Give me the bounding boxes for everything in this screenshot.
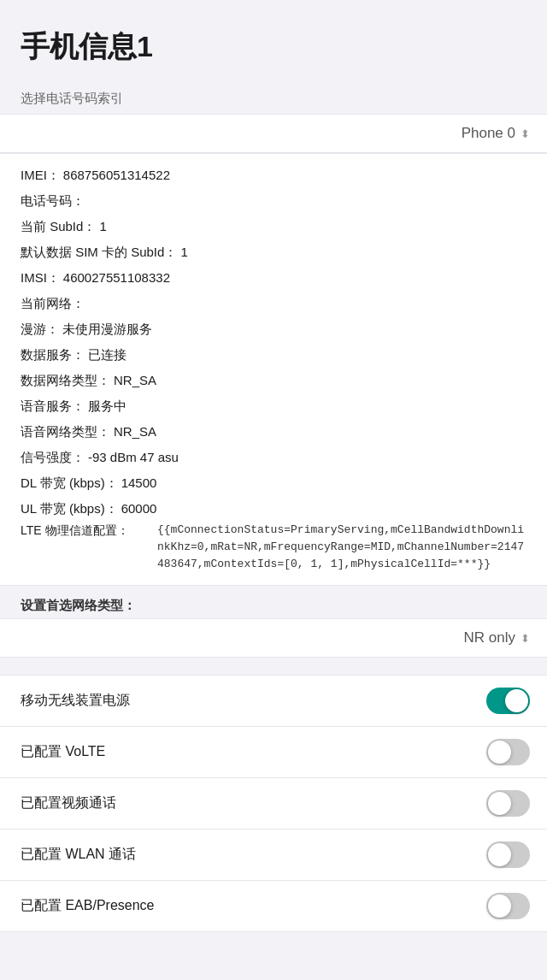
page-title: 手机信息1 bbox=[21, 27, 526, 67]
data-network-type-value: NR_SA bbox=[114, 370, 156, 391]
signal-strength-label: 信号强度： bbox=[21, 447, 85, 468]
data-network-type-label: 数据网络类型： bbox=[21, 370, 110, 391]
network-type-value[interactable]: NR only ⬍ bbox=[464, 629, 530, 646]
toggle-label-3: 已配置 WLAN 通话 bbox=[21, 846, 136, 864]
current-network-label: 当前网络： bbox=[21, 293, 85, 314]
lte-value: {{mConnectionStatus=PrimaryServing,mCell… bbox=[157, 522, 526, 573]
imei-label: IMEI： bbox=[21, 165, 60, 186]
toggle-switch-0[interactable] bbox=[486, 688, 530, 714]
dl-bandwidth-value: 14500 bbox=[121, 473, 157, 493]
toggle-row-0[interactable]: 移动无线装置电源 bbox=[0, 675, 547, 727]
toggle-label-0: 移动无线装置电源 bbox=[21, 692, 130, 710]
default-data-sim-value: 1 bbox=[180, 242, 187, 263]
signal-strength-value: -93 dBm 47 asu bbox=[88, 447, 179, 468]
toggle-row-2[interactable]: 已配置视频通话 bbox=[0, 778, 547, 829]
toggle-list: 移动无线装置电源已配置 VoLTE已配置视频通话已配置 WLAN 通话已配置 E… bbox=[0, 675, 547, 932]
data-service-label: 数据服务： bbox=[21, 345, 85, 365]
imei-value: 868756051314522 bbox=[63, 165, 170, 186]
data-service-row: 数据服务： 已连接 bbox=[21, 342, 526, 368]
data-network-type-row: 数据网络类型： NR_SA bbox=[21, 368, 526, 393]
roaming-value: 未使用漫游服务 bbox=[62, 319, 152, 339]
imsi-value: 460027551108332 bbox=[63, 268, 170, 288]
toggle-row-4[interactable]: 已配置 EAB/Presence bbox=[0, 881, 547, 932]
toggle-label-4: 已配置 EAB/Presence bbox=[21, 897, 155, 915]
ul-bandwidth-value: 60000 bbox=[121, 499, 157, 519]
lte-label: LTE 物理信道配置： bbox=[21, 522, 157, 573]
toggle-switch-3[interactable] bbox=[486, 841, 530, 868]
roaming-label: 漫游： bbox=[21, 319, 59, 339]
current-network-row: 当前网络： bbox=[21, 291, 526, 316]
toggle-row-1[interactable]: 已配置 VoLTE bbox=[0, 727, 547, 778]
network-type-section: 设置首选网络类型： bbox=[0, 586, 547, 617]
ul-bandwidth-label: UL 带宽 (kbps)： bbox=[21, 499, 118, 519]
imsi-label: IMSI： bbox=[21, 268, 60, 288]
header: 手机信息1 bbox=[0, 0, 547, 80]
voice-service-row: 语音服务： 服务中 bbox=[21, 393, 526, 419]
toggle-switch-2[interactable] bbox=[486, 790, 530, 817]
phone-selector-dropdown[interactable]: Phone 0 ⬍ bbox=[0, 114, 547, 153]
toggle-switch-4[interactable] bbox=[486, 893, 530, 919]
phone-selector-text: Phone 0 bbox=[462, 125, 515, 142]
data-service-value: 已连接 bbox=[88, 345, 126, 365]
signal-strength-row: 信号强度： -93 dBm 47 asu bbox=[21, 445, 526, 470]
divider-1 bbox=[0, 658, 547, 675]
imei-row: IMEI： 868756051314522 bbox=[21, 162, 526, 188]
default-data-sim-label: 默认数据 SIM 卡的 SubId： bbox=[21, 242, 177, 263]
network-type-dropdown[interactable]: NR only ⬍ bbox=[0, 618, 547, 658]
current-subid-row: 当前 SubId： 1 bbox=[21, 214, 526, 239]
voice-network-type-row: 语音网络类型： NR_SA bbox=[21, 419, 526, 445]
phone-label: 电话号码： bbox=[21, 191, 85, 211]
phone-selector-label: 选择电话号码索引 bbox=[0, 80, 547, 114]
toggle-row-3[interactable]: 已配置 WLAN 通话 bbox=[0, 829, 547, 881]
voice-service-label: 语音服务： bbox=[21, 396, 85, 416]
dl-bandwidth-row: DL 带宽 (kbps)： 14500 bbox=[21, 470, 526, 496]
current-subid-value: 1 bbox=[99, 216, 106, 237]
phone-row: 电话号码： bbox=[21, 188, 526, 214]
network-type-label: 设置首选网络类型： bbox=[21, 598, 136, 614]
imsi-row: IMSI： 460027551108332 bbox=[21, 265, 526, 291]
roaming-row: 漫游： 未使用漫游服务 bbox=[21, 316, 526, 342]
phone-selector-chevron: ⬍ bbox=[521, 128, 530, 139]
lte-row: LTE 物理信道配置： {{mConnectionStatus=PrimaryS… bbox=[21, 522, 526, 573]
page: 手机信息1 选择电话号码索引 Phone 0 ⬍ IMEI： 868756051… bbox=[0, 0, 547, 932]
network-type-chevron: ⬍ bbox=[521, 633, 530, 644]
dl-bandwidth-label: DL 带宽 (kbps)： bbox=[21, 473, 118, 493]
voice-service-value: 服务中 bbox=[88, 396, 126, 416]
toggle-label-1: 已配置 VoLTE bbox=[21, 743, 105, 761]
network-type-text: NR only bbox=[464, 629, 515, 646]
default-data-sim-row: 默认数据 SIM 卡的 SubId： 1 bbox=[21, 239, 526, 265]
current-subid-label: 当前 SubId： bbox=[21, 216, 96, 237]
voice-network-type-value: NR_SA bbox=[114, 422, 156, 442]
phone-selector-value[interactable]: Phone 0 ⬍ bbox=[462, 125, 530, 142]
ul-bandwidth-row: UL 带宽 (kbps)： 60000 bbox=[21, 496, 526, 522]
voice-network-type-label: 语音网络类型： bbox=[21, 422, 110, 442]
toggle-label-2: 已配置视频通话 bbox=[21, 794, 116, 812]
info-block: IMEI： 868756051314522 电话号码： 当前 SubId： 1 … bbox=[0, 153, 547, 586]
toggle-switch-1[interactable] bbox=[486, 739, 530, 765]
